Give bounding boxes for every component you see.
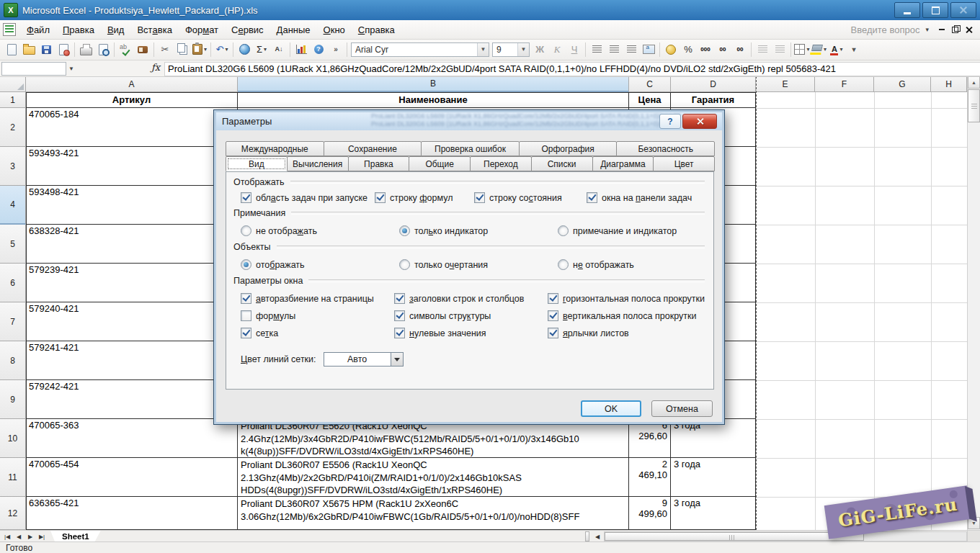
- radio-circle-comment-indicator-only[interactable]: [399, 225, 410, 236]
- fill-color-dropdown-icon[interactable]: ▾: [824, 46, 827, 53]
- dialog-tab-переход[interactable]: Переход: [470, 156, 532, 171]
- decrease-indent-button[interactable]: [754, 41, 770, 58]
- gridline-color-combo[interactable]: Авто: [324, 352, 404, 367]
- open-button[interactable]: [21, 41, 37, 58]
- dialog-tab-общие[interactable]: Общие: [409, 156, 471, 171]
- name-box[interactable]: [1, 62, 66, 76]
- tab-split-handle[interactable]: [585, 531, 589, 541]
- hyperlink-button[interactable]: [236, 41, 252, 58]
- cell-a3[interactable]: 593493-421: [26, 147, 238, 186]
- cell-b12[interactable]: Proliant DL360R07 X5675 HPM (Rack1U 2xXe…: [238, 497, 629, 530]
- column-header-b[interactable]: B: [238, 76, 629, 92]
- font-color-button[interactable]: ▾: [829, 41, 845, 58]
- checkbox-box-windows-in-taskbar[interactable]: [587, 192, 597, 203]
- menu-file[interactable]: Файл: [20, 20, 56, 39]
- autosum-dropdown-icon[interactable]: ▾: [264, 46, 267, 53]
- cut-button[interactable]: ✂: [157, 41, 173, 58]
- radio-objects-show-all[interactable]: отображать: [241, 259, 399, 270]
- cell-a11[interactable]: 470065-454: [26, 458, 238, 497]
- column-header-e[interactable]: E: [756, 76, 815, 92]
- menu-format[interactable]: Формат: [179, 20, 225, 39]
- align-center-button[interactable]: [606, 41, 622, 58]
- menu-window[interactable]: Окно: [317, 20, 352, 39]
- menu-view[interactable]: Вид: [101, 20, 131, 39]
- radio-comment-indicator-only[interactable]: только индикатор: [399, 225, 558, 236]
- ok-button[interactable]: OK: [581, 400, 641, 417]
- cell-d10[interactable]: 3 года: [671, 419, 756, 458]
- radio-circle-objects-hide-all[interactable]: [558, 259, 569, 270]
- cell-d12[interactable]: 3 года: [671, 497, 756, 530]
- toolbar-options-button[interactable]: »: [328, 41, 344, 58]
- checkbox-box-gridlines[interactable]: [241, 328, 251, 338]
- cancel-button[interactable]: Отмена: [651, 400, 713, 417]
- column-header-g[interactable]: G: [874, 76, 931, 92]
- checkbox-box-horizontal-scrollbar[interactable]: [548, 293, 558, 304]
- checkbox-formula-bar[interactable]: строку формул: [375, 192, 474, 203]
- toolbar-options-2-button[interactable]: ▾: [846, 41, 862, 58]
- checkbox-windows-in-taskbar[interactable]: окна на панели задач: [587, 192, 692, 203]
- cell-a12[interactable]: 636365-421: [26, 497, 238, 530]
- dialog-tab-диаграмма[interactable]: Диаграмма: [592, 156, 654, 171]
- undo-button[interactable]: ↶▾: [214, 41, 230, 58]
- row-header-4[interactable]: 4: [0, 186, 26, 225]
- research-button[interactable]: [135, 41, 151, 58]
- row-header-1[interactable]: 1: [0, 92, 26, 108]
- dialog-tab-row1-4[interactable]: Безопасность: [616, 141, 715, 156]
- maximize-button[interactable]: [922, 2, 948, 18]
- vertical-scrollbar[interactable]: ▲ ▼: [967, 76, 980, 530]
- cell-a8[interactable]: 579241-421: [26, 341, 238, 380]
- cell-b10[interactable]: Proliant DL360R07 E5620 (Rack1U XeonQC2.…: [238, 419, 629, 458]
- cell-a7[interactable]: 579240-421: [26, 302, 238, 341]
- menu-data[interactable]: Данные: [270, 20, 317, 39]
- checkbox-formulas[interactable]: формулы: [241, 310, 394, 321]
- first-sheet-button[interactable]: |◀: [1, 531, 13, 541]
- question-dropdown-icon[interactable]: ▾: [925, 26, 939, 33]
- cell-a4[interactable]: 593498-421: [26, 186, 238, 225]
- paste-dropdown-icon[interactable]: ▾: [204, 46, 207, 53]
- row-header-12[interactable]: 12: [0, 497, 26, 530]
- row-header-2[interactable]: 2: [0, 108, 26, 147]
- menu-help[interactable]: Справка: [352, 20, 401, 39]
- autosum-button[interactable]: Σ▾: [254, 41, 270, 58]
- checkbox-zero-values[interactable]: нулевые значения: [394, 328, 548, 338]
- copy-button[interactable]: [174, 41, 190, 58]
- font-name-combo[interactable]: Arial Cyr ▼: [351, 42, 489, 57]
- dialog-title-bar[interactable]: Параметры ProLiant DL320G6 L5609 (1URack…: [216, 112, 722, 130]
- increase-decimal-button[interactable]: 00: [715, 41, 731, 58]
- column-header-c[interactable]: C: [629, 76, 671, 92]
- merge-center-button[interactable]: [641, 41, 656, 58]
- dialog-tab-правка[interactable]: Правка: [348, 156, 410, 171]
- row-header-6[interactable]: 6: [0, 264, 26, 302]
- close-button[interactable]: [950, 2, 976, 18]
- undo-dropdown-icon[interactable]: ▾: [225, 46, 228, 53]
- row-header-7[interactable]: 7: [0, 302, 26, 341]
- gridline-color-dropdown-icon[interactable]: [391, 352, 404, 367]
- italic-button[interactable]: К: [549, 41, 565, 58]
- dialog-tab-вид[interactable]: Вид: [226, 156, 288, 171]
- column-header-f[interactable]: F: [815, 76, 874, 92]
- radio-objects-placeholders[interactable]: только очертания: [399, 259, 558, 270]
- percent-button[interactable]: %: [680, 41, 696, 58]
- horizontal-scroll-thumb[interactable]: [605, 532, 864, 541]
- prev-sheet-button[interactable]: ◀: [13, 531, 24, 541]
- column-header-d[interactable]: D: [671, 76, 756, 92]
- cell-a10[interactable]: 470065-363: [26, 419, 238, 458]
- workbook-close-button[interactable]: [966, 26, 973, 33]
- checkbox-vertical-scrollbar[interactable]: вертикальная полоса прокрутки: [548, 310, 705, 321]
- fill-color-button[interactable]: ▾: [811, 41, 827, 58]
- radio-circle-comment-and-indicator[interactable]: [558, 225, 569, 236]
- cell-c11[interactable]: 2 469,10: [629, 458, 671, 497]
- checkbox-box-zero-values[interactable]: [394, 328, 405, 338]
- menu-edit[interactable]: Правка: [56, 20, 101, 39]
- column-header-a[interactable]: A: [26, 76, 238, 92]
- print-preview-button[interactable]: [95, 41, 111, 58]
- workbook-minimize-button[interactable]: [939, 29, 945, 30]
- dialog-tab-row1-1[interactable]: Сохранение: [324, 141, 422, 156]
- checkbox-box-status-bar[interactable]: [474, 192, 485, 203]
- font-size-dropdown-icon[interactable]: ▼: [517, 43, 529, 56]
- vertical-scroll-thumb[interactable]: [968, 89, 980, 122]
- checkbox-box-startup-task-pane[interactable]: [241, 192, 251, 203]
- cell-a5[interactable]: 638328-421: [26, 225, 238, 264]
- cell-a2[interactable]: 470065-184: [26, 108, 238, 147]
- last-sheet-button[interactable]: ▶|: [36, 531, 48, 541]
